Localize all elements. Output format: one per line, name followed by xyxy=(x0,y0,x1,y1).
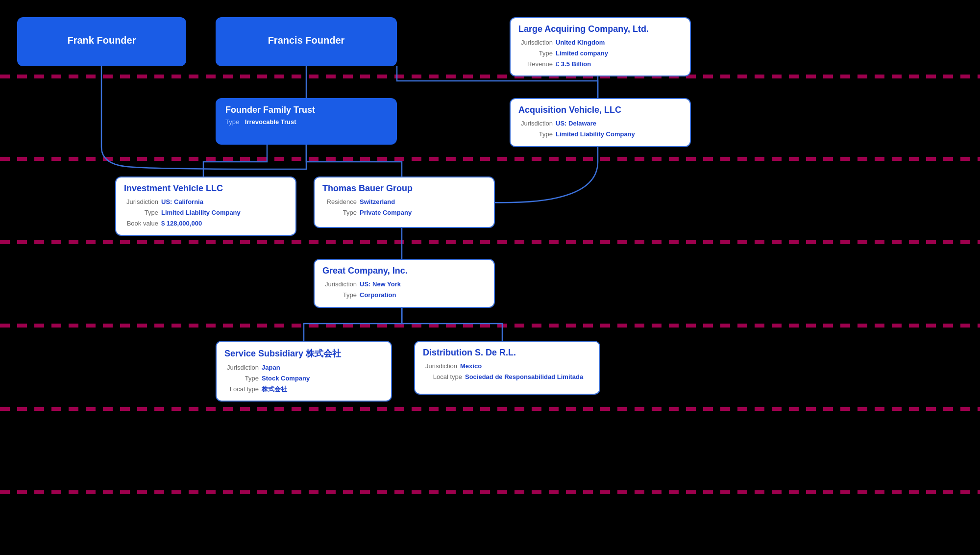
founder-family-trust-node[interactable]: Founder Family Trust Type Irrevocable Tr… xyxy=(216,98,397,145)
service-subsidiary-node[interactable]: Service Subsidiary 株式会社 Jurisdiction Jap… xyxy=(216,341,392,402)
large-acquiring-fields: Jurisdiction United Kingdom Type Limited… xyxy=(518,37,682,70)
distribution-title: Distribution S. De R.L. xyxy=(423,348,591,358)
service-subsidiary-fields: Jurisdiction Japan Type Stock Company Lo… xyxy=(224,362,383,395)
founder-family-trust-title: Founder Family Trust xyxy=(225,105,387,115)
investment-vehicle-node[interactable]: Investment Vehicle LLC Jurisdiction US: … xyxy=(115,177,296,236)
great-company-title: Great Company, Inc. xyxy=(322,266,486,276)
dashed-line-2 xyxy=(0,157,980,161)
great-company-fields: Jurisdiction US: New York Type Corporati… xyxy=(322,279,486,301)
thomas-bauer-node[interactable]: Thomas Bauer Group Residence Switzerland… xyxy=(314,177,495,228)
dashed-line-5 xyxy=(0,407,980,411)
distribution-fields: Jurisdiction Mexico Local type Sociedad … xyxy=(423,361,591,382)
great-company-node[interactable]: Great Company, Inc. Jurisdiction US: New… xyxy=(314,259,495,308)
dashed-line-4 xyxy=(0,324,980,328)
dashed-line-1 xyxy=(0,75,980,78)
dashed-line-3 xyxy=(0,240,980,244)
acquisition-vehicle-node[interactable]: Acquisition Vehicle, LLC Jurisdiction US… xyxy=(510,98,691,147)
acquisition-vehicle-fields: Jurisdiction US: Delaware Type Limited L… xyxy=(518,118,682,140)
frank-founder-title: Frank Founder xyxy=(67,35,136,46)
investment-vehicle-fields: Jurisdiction US: California Type Limited… xyxy=(124,197,288,229)
thomas-bauer-title: Thomas Bauer Group xyxy=(322,183,486,194)
thomas-bauer-fields: Residence Switzerland Type Private Compa… xyxy=(322,197,486,218)
francis-founder-node[interactable]: Francis Founder xyxy=(216,17,397,66)
large-acquiring-node[interactable]: Large Acquiring Company, Ltd. Jurisdicti… xyxy=(510,17,691,76)
francis-founder-title: Francis Founder xyxy=(268,35,345,46)
large-acquiring-title: Large Acquiring Company, Ltd. xyxy=(518,24,682,34)
frank-founder-node[interactable]: Frank Founder xyxy=(17,17,186,66)
service-subsidiary-title: Service Subsidiary 株式会社 xyxy=(224,348,383,359)
acquisition-vehicle-title: Acquisition Vehicle, LLC xyxy=(518,105,682,115)
distribution-node[interactable]: Distribution S. De R.L. Jurisdiction Mex… xyxy=(414,341,600,395)
dashed-line-6 xyxy=(0,490,980,494)
investment-vehicle-title: Investment Vehicle LLC xyxy=(124,183,288,194)
